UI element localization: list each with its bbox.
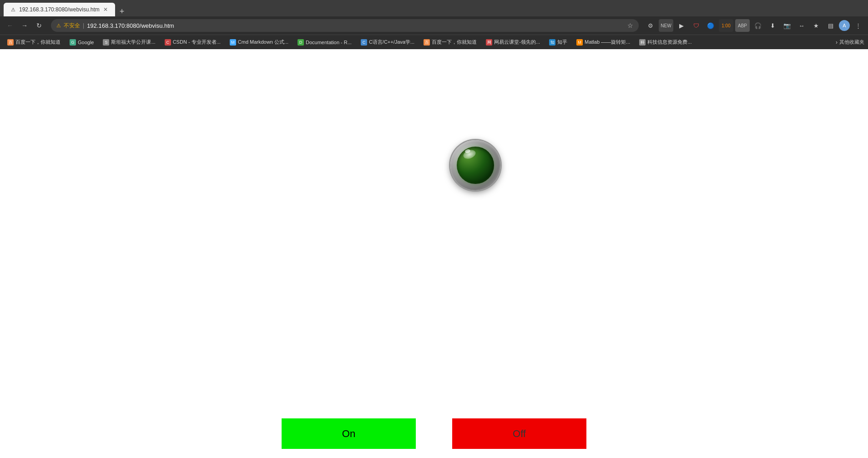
bookmark-label-google: Google (78, 40, 94, 45)
address-separator: | (83, 22, 84, 29)
bookmark-favicon-csdn: C (165, 39, 171, 46)
bookmark-label-stanford: 斯坦福大学公开课... (111, 39, 155, 46)
main-content: On Off (0, 49, 868, 458)
extensions-button[interactable]: ⚙ (644, 19, 657, 32)
off-button[interactable]: Off (452, 418, 586, 449)
profile-avatar[interactable]: A (839, 20, 850, 31)
buttons-container: On Off (0, 418, 868, 449)
nav-bar: ← → ↻ ⚠ 不安全 | ☆ ⚙ NEW ▶ 🛡 🔵 1:00 ABP 🎧 ⬇… (0, 16, 868, 35)
adblock-button[interactable]: 🛡 (690, 19, 702, 32)
bookmark-favicon-docs: D (298, 39, 304, 46)
counter-button[interactable]: 1:00 (719, 19, 733, 32)
on-button[interactable]: On (282, 418, 416, 449)
media-button[interactable]: ▶ (675, 19, 688, 32)
bookmark-favicon-zhihu: 知 (549, 39, 555, 46)
bookmark-csdn[interactable]: C CSDN - 专业开发者... (161, 38, 224, 46)
reload-button[interactable]: ↻ (33, 19, 45, 32)
bookmark-favicon-clang: C (361, 39, 367, 46)
bookmark-label-matlab: Matlab ——旋转矩... (585, 39, 630, 46)
bookmark-baidu[interactable]: 百 百度一下，你就知道 (4, 38, 64, 46)
tab-favicon: ⚠ (11, 7, 15, 13)
sync-button[interactable]: ↔ (795, 19, 808, 32)
tab-title: 192.168.3.170:8080/webvisu.htm (19, 6, 100, 13)
download-button[interactable]: ⬇ (766, 19, 779, 32)
bookmark-star-icon[interactable]: ☆ (627, 22, 633, 29)
bookmark-label-zhihu: 知乎 (557, 39, 567, 46)
bookmark-matlab[interactable]: M Matlab ——旋转矩... (573, 38, 634, 46)
abp-button[interactable]: ABP (735, 19, 750, 32)
active-tab[interactable]: ⚠ 192.168.3.170:8080/webvisu.htm ✕ (4, 3, 115, 16)
bookmark-label-baidu: 百度一下，你就知道 (15, 39, 61, 46)
bookmark-wangyi[interactable]: 网 网易云课堂-领先的... (482, 38, 544, 46)
bookmark-favicon-baidu2: 百 (424, 39, 430, 46)
bookmark-favicon-google: G (70, 39, 76, 46)
forward-button[interactable]: → (18, 19, 31, 32)
favorites-button[interactable]: ★ (810, 19, 823, 32)
bookmark-label-docs: Documentation - R... (306, 40, 352, 45)
capture-button[interactable]: 📷 (781, 19, 793, 32)
indicator-inner (457, 147, 494, 184)
bookmark-zhihu[interactable]: 知 知乎 (545, 38, 571, 46)
bookmark-favicon-tech: 科 (639, 39, 646, 46)
bookmark-cmd[interactable]: M Cmd Markdown 公式... (226, 38, 292, 46)
indicator-light[interactable] (450, 140, 500, 190)
security-icon: ⚠ (56, 23, 61, 29)
security-label: 不安全 (64, 22, 80, 30)
bookmark-favicon-stanford: S (103, 39, 109, 46)
chrome-button[interactable]: 🔵 (704, 19, 717, 32)
other-bookmarks[interactable]: 其他收藏夹 (839, 39, 864, 46)
address-input[interactable] (87, 22, 625, 29)
headphone-button[interactable]: 🎧 (752, 19, 764, 32)
bookmark-stanford[interactable]: S 斯坦福大学公开课... (99, 38, 159, 46)
bookmark-google[interactable]: G Google (66, 38, 97, 46)
nav-right-icons: ⚙ NEW ▶ 🛡 🔵 1:00 ABP 🎧 ⬇ 📷 ↔ ★ ▤ A ⋮ (644, 19, 864, 32)
menu-button[interactable]: ⋮ (852, 19, 864, 32)
bookmarks-more-icon[interactable]: › (836, 39, 838, 46)
tab-bar: ⚠ 192.168.3.170:8080/webvisu.htm ✕ + (0, 0, 868, 16)
bookmark-baidu2[interactable]: 百 百度一下，你就知道 (420, 38, 480, 46)
bookmark-docs[interactable]: D Documentation - R... (294, 38, 355, 46)
new-tag-button[interactable]: NEW (659, 19, 673, 32)
bookmark-label-csdn: CSDN - 专业开发者... (173, 39, 221, 46)
bookmark-tech[interactable]: 科 科技信息资源免费... (636, 38, 695, 46)
bookmarks-bar: 百 百度一下，你就知道 G Google S 斯坦福大学公开课... C CSD… (0, 35, 868, 49)
bookmark-label-cmd: Cmd Markdown 公式... (238, 39, 288, 46)
bookmark-favicon-matlab: M (576, 39, 583, 46)
bookmark-label-baidu2: 百度一下，你就知道 (432, 39, 477, 46)
new-tab-button[interactable]: + (115, 7, 129, 16)
bookmark-label-clang: C语言/C++/Java学... (369, 39, 414, 46)
bookmark-label-tech: 科技信息资源免费... (647, 39, 691, 46)
bookmark-favicon-baidu: 百 (7, 39, 14, 46)
collections-button[interactable]: ▤ (824, 19, 837, 32)
tab-close-icon[interactable]: ✕ (103, 6, 108, 13)
bookmark-favicon-cmd: M (230, 39, 236, 46)
address-bar-container: ⚠ 不安全 | ☆ (51, 19, 639, 32)
back-button[interactable]: ← (4, 19, 16, 32)
bookmark-label-wangyi: 网易云课堂-领先的... (494, 39, 540, 46)
browser-chrome: ⚠ 192.168.3.170:8080/webvisu.htm ✕ + ← →… (0, 0, 868, 49)
bookmark-favicon-wangyi: 网 (486, 39, 492, 46)
bookmark-clang[interactable]: C C语言/C++/Java学... (357, 38, 418, 46)
